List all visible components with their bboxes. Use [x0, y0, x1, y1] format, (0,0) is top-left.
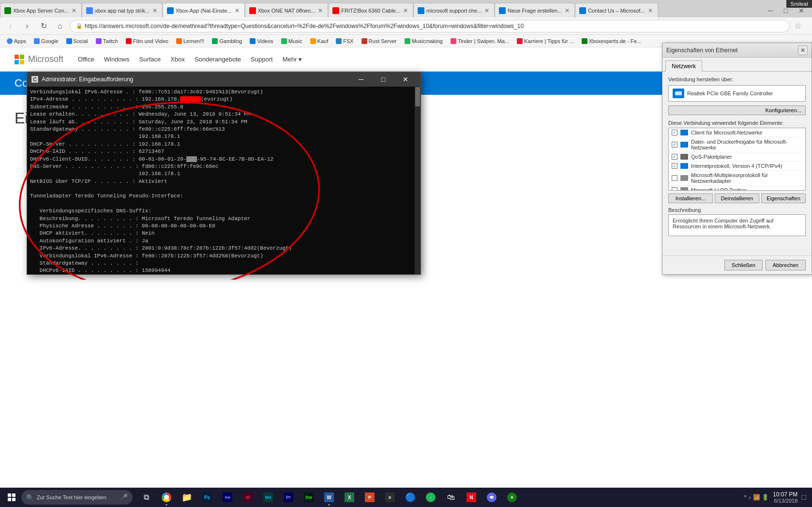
home-button[interactable]: ⌂ [53, 19, 67, 33]
tab-close-4[interactable]: ✕ [317, 7, 324, 14]
cmd-scrollbar[interactable] [415, 87, 421, 274]
excel-taskbar-app[interactable]: X [340, 488, 359, 507]
tab-close-3[interactable]: ✕ [234, 7, 241, 14]
cmd-scroll-thumb[interactable] [415, 87, 420, 106]
bookmark-star[interactable]: ☆ [795, 21, 801, 30]
blender-taskbar-app[interactable]: 🔵 [401, 488, 420, 507]
ae-taskbar-app[interactable]: Ae [218, 488, 237, 507]
spotify-taskbar-app[interactable]: ♪ [421, 488, 440, 507]
eth-checkbox-3[interactable] [672, 154, 677, 160]
eth-properties-button[interactable]: Eigenschaften [761, 194, 806, 203]
bookmark-social[interactable]: Social [63, 37, 91, 45]
start-button[interactable] [2, 488, 21, 507]
pr-taskbar-app[interactable]: Pr [279, 488, 298, 507]
bookmark-musicmaking[interactable]: Musicmaking [402, 37, 446, 45]
tab-1[interactable]: Xbox App Server Con... ✕ [0, 3, 82, 17]
bookmark-karriere[interactable]: Karriere | Tipps für ... [514, 37, 577, 45]
word-taskbar-app[interactable]: W [319, 488, 339, 507]
tab-4[interactable]: Xbox ONE NAT öffnen... ✕ [245, 3, 329, 17]
refresh-button[interactable]: ↻ [37, 19, 50, 33]
clock[interactable]: 10:07 PM 6/13/2018 [773, 491, 797, 504]
xbox-taskbar-app[interactable]: X [502, 488, 522, 507]
eth-checkbox-4[interactable] [672, 163, 677, 169]
tab-close-5[interactable]: ✕ [402, 7, 409, 14]
eth-checkbox-2[interactable] [672, 142, 677, 148]
eth-install-button[interactable]: Installieren... [668, 194, 713, 203]
notification-icon[interactable]: □ [801, 493, 806, 502]
bookmark-google[interactable]: Google [31, 37, 61, 45]
taskbar-search[interactable]: 🔍 Zur Suche Text hier eingeben 🎤 [21, 490, 133, 505]
id-icon: Id [243, 492, 253, 502]
tab-close-1[interactable]: ✕ [71, 7, 77, 14]
task-view-button[interactable]: ⧉ [136, 488, 156, 507]
tab-close-8[interactable]: ✕ [647, 7, 654, 14]
bookmark-music[interactable]: Music [278, 37, 305, 45]
nav-surface[interactable]: Surface [139, 54, 161, 65]
eth-close-button[interactable]: ✕ [798, 45, 808, 55]
netflix-taskbar-app[interactable]: N [462, 488, 481, 507]
tab-6[interactable]: microsoft support che... ✕ [413, 3, 495, 17]
bookmark-gambling[interactable]: Gambling [209, 37, 245, 45]
tab-close-6[interactable]: ✕ [483, 7, 490, 14]
tab-8[interactable]: Contact Us – Microsof... ✕ [575, 3, 658, 17]
ms-nav: Office Windows Surface Xbox Sonderangebo… [78, 54, 302, 65]
ppt-taskbar-app[interactable]: P [360, 488, 379, 507]
eth-action-buttons: Installieren... Deinstallieren Eigenscha… [668, 194, 806, 203]
bookmark-xbox[interactable]: Xboxexperts.de - Fe... [579, 37, 644, 45]
bookmark-twitch[interactable]: Twitch [93, 37, 121, 45]
ms-logo[interactable]: Microsoft [15, 54, 63, 64]
file-explorer-taskbar-app[interactable]: 📁 [177, 488, 196, 507]
eth-uninstall-button[interactable]: Deinstallieren [715, 194, 759, 203]
ma-taskbar-app[interactable]: Ma [258, 488, 278, 507]
eth-checkbox-5[interactable] [672, 175, 677, 181]
cmd-close-button[interactable]: ✕ [394, 72, 417, 87]
nav-xbox[interactable]: Xbox [170, 54, 185, 65]
id-taskbar-app[interactable]: Id [238, 488, 257, 507]
browser-toolbar: ‹ › ↻ ⌂ 🔒 https://answers.microsoft.com/… [0, 17, 812, 35]
cmd-minimize-button[interactable]: ─ [350, 72, 372, 87]
nav-support[interactable]: Support [251, 54, 273, 65]
eth-checkbox-6[interactable] [672, 187, 677, 191]
tab-close-2[interactable]: ✕ [151, 7, 158, 14]
nav-office[interactable]: Office [78, 54, 94, 65]
tab-2[interactable]: xbox app nat typ strik... ✕ [82, 3, 163, 17]
eth-close-footer-button[interactable]: Schließen [724, 260, 763, 270]
nav-mehr[interactable]: Mehr ▾ [283, 54, 302, 65]
store-taskbar-app[interactable]: 🛍 [441, 488, 461, 507]
eth-cancel-button[interactable]: Abbrechen [766, 260, 806, 270]
forward-button[interactable]: › [20, 19, 34, 33]
bookmark-kauf[interactable]: Kauf [307, 37, 331, 45]
tab-7[interactable]: Neue Frage erstellen... ✕ [495, 3, 575, 17]
eth-tab-netzwerk[interactable]: Netzwerk [665, 60, 702, 72]
tab-close-7[interactable]: ✕ [564, 7, 571, 14]
epic-icon: E [385, 492, 395, 502]
minimize-button[interactable]: ─ [764, 4, 777, 17]
epic-taskbar-app[interactable]: E [380, 488, 400, 507]
chrome-taskbar-app[interactable] [157, 488, 176, 507]
bookmark-film[interactable]: Film und Video [123, 37, 171, 45]
bookmark-tinder[interactable]: Tinder | Swipen. Ma... [448, 37, 512, 45]
tab-3-active[interactable]: Xbox-App (Nat-Einste... ✕ [163, 3, 245, 17]
ps-icon: Ps [202, 492, 212, 502]
netflix-icon: N [466, 492, 476, 502]
bookmark-fsx[interactable]: FSX [333, 37, 356, 45]
bookmark-rust[interactable]: Rust Server [359, 37, 400, 45]
dw-taskbar-app[interactable]: Dw [299, 488, 318, 507]
nav-sonderangebote[interactable]: Sonderangebote [195, 54, 241, 65]
back-button[interactable]: ‹ [4, 19, 17, 33]
bookmark-apps[interactable]: Apps [4, 37, 29, 45]
cmd-maximize-button[interactable]: □ [372, 72, 394, 87]
nav-windows[interactable]: Windows [104, 54, 130, 65]
eth-configure-button[interactable]: Konfigurieren... [668, 105, 806, 115]
tab-5[interactable]: FRITZ!Box 6360 Cable... ✕ [328, 3, 413, 17]
photoshop-taskbar-app[interactable]: Ps [197, 488, 217, 507]
discord-taskbar-app[interactable]: 💬 [482, 488, 501, 507]
address-bar[interactable]: 🔒 https://answers.microsoft.com/de-de/ne… [70, 20, 790, 32]
bookmark-label: Lernen!!! [183, 38, 204, 44]
eth-item-label-1: Client für Microsoft-Netzwerke [691, 130, 762, 135]
eth-connect-box: Realtek PCIe GBE Family Controller [668, 85, 806, 102]
eth-checkbox-1[interactable] [672, 130, 677, 135]
bookmark-lernen[interactable]: Lernen!!! [173, 37, 207, 45]
bookmark-videos[interactable]: Videos [247, 37, 276, 45]
microphone-icon[interactable]: 🎤 [120, 493, 128, 501]
